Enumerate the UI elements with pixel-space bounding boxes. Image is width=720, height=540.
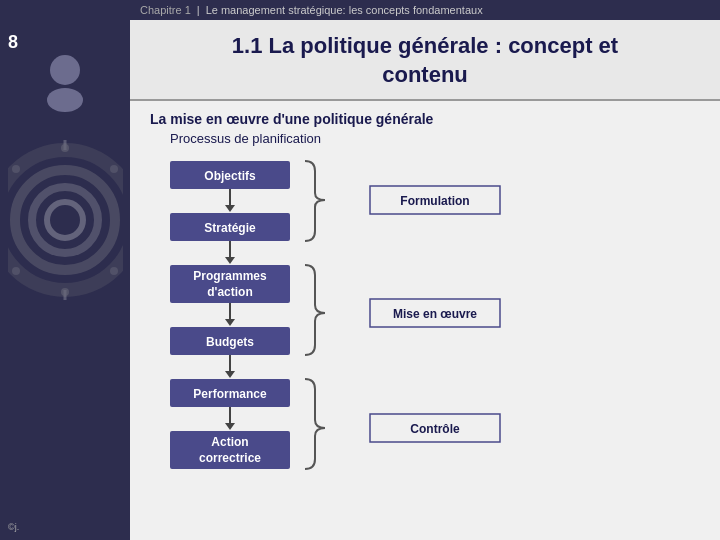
subtitle: La mise en œuvre d'une politique général… [150,111,700,127]
svg-point-1 [47,88,83,112]
svg-point-5 [47,202,83,238]
svg-point-4 [32,187,98,253]
content-area: La mise en œuvre d'une politique général… [130,101,720,500]
page-number: 8 [8,32,18,53]
svg-text:d'action: d'action [207,285,253,299]
svg-text:Contrôle: Contrôle [410,422,460,436]
svg-marker-38 [225,423,235,430]
svg-text:Stratégie: Stratégie [204,221,256,235]
svg-point-17 [110,267,118,275]
svg-point-11 [61,288,69,296]
header-separator: | [197,4,200,16]
svg-text:Budgets: Budgets [206,335,254,349]
main-content: Chapitre 1 | Le management stratégique: … [130,0,720,540]
svg-text:Mise en œuvre: Mise en œuvre [393,307,477,321]
svg-point-10 [61,144,69,152]
svg-point-0 [50,55,80,85]
svg-point-14 [110,165,118,173]
page-title: 1.1 La politique générale : concept et c… [150,32,700,89]
svg-marker-25 [225,257,235,264]
svg-text:Objectifs: Objectifs [204,169,256,183]
svg-marker-34 [225,371,235,378]
sidebar-decoration [8,40,123,380]
svg-text:correctrice: correctrice [199,451,261,465]
svg-point-15 [12,267,20,275]
processus-title: Processus de planification [170,131,700,146]
svg-point-16 [12,165,20,173]
svg-text:Formulation: Formulation [400,194,469,208]
diagram-area: Objectifs Stratégie Programmes d'action [150,156,700,490]
svg-text:Action: Action [211,435,248,449]
flow-diagram-svg: Objectifs Stratégie Programmes d'action [150,156,690,486]
chapter-label: Chapitre 1 [140,4,191,16]
title-area: 1.1 La politique générale : concept et c… [130,20,720,101]
svg-marker-30 [225,319,235,326]
svg-text:Performance: Performance [193,387,267,401]
copyright-text: ©j. [8,522,19,532]
svg-text:Programmes: Programmes [193,269,267,283]
chapter-title: Le management stratégique: les concepts … [206,4,483,16]
header-bar: Chapitre 1 | Le management stratégique: … [130,0,720,20]
sidebar: 8 ©j. [0,0,130,540]
svg-marker-21 [225,205,235,212]
